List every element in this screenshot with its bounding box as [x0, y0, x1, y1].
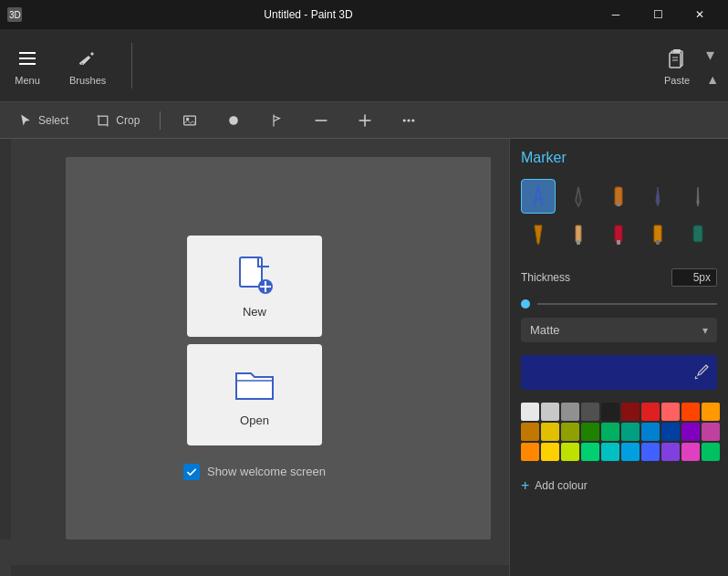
open-card[interactable]: Open — [187, 344, 322, 445]
show-welcome-row: Show welcome screen — [183, 464, 326, 480]
color-swatch[interactable] — [641, 443, 660, 461]
brush-item-9[interactable] — [640, 217, 675, 252]
brush-item-5[interactable] — [681, 179, 715, 214]
brush-item-6[interactable] — [521, 217, 556, 252]
thickness-label: Thickness — [521, 271, 570, 284]
color-preview[interactable] — [521, 355, 717, 390]
paint-tool[interactable] — [219, 108, 248, 133]
eyedropper-icon[interactable] — [693, 363, 710, 382]
color-palette — [521, 403, 717, 461]
open-label: Open — [240, 414, 269, 427]
color-swatch[interactable] — [641, 423, 660, 441]
brush-item-3[interactable] — [601, 179, 636, 214]
finish-dropdown[interactable]: Matte ▾ — [521, 318, 717, 342]
canvas-area[interactable]: New Open Show welcome screen — [0, 139, 509, 576]
color-swatch[interactable] — [561, 423, 579, 441]
welcome-overlay: New Open Show welcome screen — [0, 139, 509, 576]
svg-rect-33 — [617, 240, 620, 245]
add-color-row[interactable]: + Add colour — [521, 474, 717, 497]
brush-item-7[interactable] — [561, 217, 596, 252]
flag-icon — [268, 111, 286, 130]
color-swatch[interactable] — [561, 403, 579, 421]
image-tool[interactable] — [175, 108, 204, 133]
select-tool[interactable]: Select — [11, 108, 74, 133]
menu-button[interactable]: Menu — [7, 42, 47, 89]
menu-icon — [15, 46, 40, 71]
show-welcome-label: Show welcome screen — [207, 465, 326, 478]
color-swatch[interactable] — [541, 423, 559, 441]
main-area: New Open Show welcome screen — [0, 139, 728, 576]
new-file-icon — [233, 254, 276, 298]
color-swatch[interactable] — [681, 423, 700, 441]
color-swatch[interactable] — [621, 423, 640, 441]
color-swatch[interactable] — [601, 443, 619, 461]
color-swatch[interactable] — [561, 443, 579, 461]
color-swatch[interactable] — [541, 443, 559, 461]
new-card[interactable]: New — [187, 236, 322, 337]
svg-rect-4 — [19, 63, 36, 65]
paste-button[interactable]: Paste — [657, 42, 697, 89]
toolbar-right: Paste ▾ ▲ — [657, 42, 721, 89]
svg-rect-34 — [654, 225, 661, 242]
show-welcome-checkbox[interactable] — [183, 464, 200, 480]
brush-item-10[interactable] — [681, 217, 715, 252]
color-swatch[interactable] — [661, 403, 680, 421]
more-tools[interactable] — [394, 108, 423, 133]
color-swatch[interactable] — [581, 403, 599, 421]
color-swatch[interactable] — [621, 403, 640, 421]
thickness-slider[interactable] — [537, 303, 717, 305]
paste-label: Paste — [664, 75, 690, 86]
action-bar: Select Crop — [0, 102, 728, 139]
svg-point-21 — [403, 119, 406, 121]
color-swatch[interactable] — [521, 423, 539, 441]
brush-item-2[interactable] — [561, 179, 596, 214]
close-button[interactable]: ✕ — [679, 0, 721, 29]
color-swatch[interactable] — [661, 443, 680, 461]
crop-tool[interactable]: Crop — [88, 108, 145, 133]
collapse-btn[interactable]: ▲ — [704, 70, 721, 89]
color-swatch[interactable] — [702, 403, 720, 421]
toolbar-separator — [131, 43, 132, 89]
svg-point-23 — [412, 119, 415, 121]
line-icon — [312, 111, 330, 130]
brush-item-8[interactable] — [601, 217, 636, 252]
brushes-button[interactable]: Brushes — [62, 42, 113, 89]
maximize-button[interactable]: ☐ — [637, 0, 679, 29]
color-swatch[interactable] — [702, 423, 720, 441]
brush-grid — [521, 179, 717, 252]
paint-icon — [224, 111, 243, 130]
color-swatch[interactable] — [601, 403, 619, 421]
color-swatch[interactable] — [601, 423, 619, 441]
brush-item-4[interactable] — [640, 179, 675, 214]
svg-rect-36 — [693, 225, 702, 242]
thickness-slider-row — [521, 299, 717, 309]
svg-rect-30 — [576, 225, 581, 242]
color-swatch[interactable] — [581, 443, 599, 461]
color-swatch[interactable] — [581, 423, 599, 441]
cursor-icon — [16, 111, 35, 130]
color-swatch[interactable] — [681, 443, 700, 461]
line-tool[interactable] — [307, 108, 336, 133]
menu-label: Menu — [15, 75, 40, 86]
dropdown-arrow-btn[interactable]: ▾ — [704, 43, 721, 67]
svg-point-16 — [230, 116, 239, 125]
minimize-button[interactable]: ─ — [595, 0, 637, 29]
flag-tool[interactable] — [263, 108, 292, 133]
thickness-value[interactable]: 5px — [671, 268, 717, 287]
toolbar: Menu Brushes Paste — [0, 29, 728, 102]
brush-item-1[interactable] — [521, 179, 556, 214]
color-swatch[interactable] — [521, 403, 539, 421]
color-swatch[interactable] — [661, 423, 680, 441]
color-swatch[interactable] — [621, 443, 640, 461]
svg-rect-3 — [19, 58, 36, 59]
paste-icon — [664, 46, 690, 71]
color-swatch[interactable] — [702, 443, 720, 461]
add-color-label: Add colour — [535, 479, 587, 492]
add-tool[interactable] — [350, 108, 380, 133]
add-color-icon: + — [521, 477, 529, 494]
color-swatch[interactable] — [681, 403, 700, 421]
color-swatch[interactable] — [641, 403, 660, 421]
color-swatch[interactable] — [541, 403, 559, 421]
color-swatch[interactable] — [521, 443, 539, 461]
svg-rect-2 — [19, 52, 36, 54]
